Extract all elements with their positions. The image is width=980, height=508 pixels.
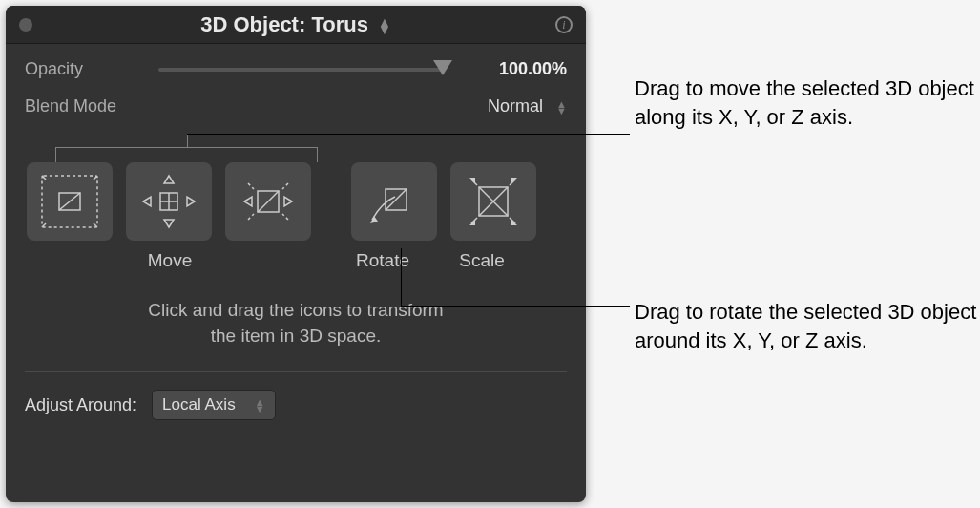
updown-chevron-icon: ▲▼ — [378, 17, 391, 32]
callout-connector — [401, 248, 402, 306]
opacity-row: Opacity 100.00% — [6, 59, 586, 79]
callout-rotate: Drag to rotate the selected 3D object ar… — [635, 298, 978, 354]
rotate-label: Rotate — [340, 250, 426, 271]
move-depth-icon — [235, 170, 302, 233]
scale-label: Scale — [439, 250, 525, 271]
opacity-slider[interactable] — [158, 68, 445, 72]
scale-icon — [460, 170, 527, 233]
panel-title: 3D Object: Torus — [200, 12, 368, 37]
move-xy-button[interactable] — [27, 162, 113, 241]
hint-line1: Click and drag the icons to transform — [44, 298, 548, 324]
move-label: Move — [27, 250, 313, 271]
title-dropdown[interactable]: 3D Object: Torus ▲▼ — [200, 12, 390, 37]
svg-line-7 — [258, 191, 279, 212]
callout-connector — [401, 306, 630, 307]
blend-mode-row: Blend Mode Normal ▲▼ — [6, 96, 586, 116]
slider-thumb-icon[interactable] — [433, 60, 452, 75]
hint-line2: the item in 3D space. — [44, 324, 548, 349]
move-z-icon — [136, 170, 202, 233]
rotate-button[interactable] — [351, 162, 437, 241]
tool-labels: Move Rotate Scale — [6, 241, 586, 271]
inspector-panel: 3D Object: Torus ▲▼ i Opacity 100.00% Bl… — [6, 6, 586, 502]
move-xy-icon — [36, 170, 103, 233]
bracket-move-group — [55, 147, 318, 162]
svg-line-2 — [59, 193, 80, 210]
hint-text: Click and drag the icons to transform th… — [6, 271, 586, 349]
info-icon[interactable]: i — [555, 16, 573, 33]
callout-connector — [187, 134, 630, 135]
updown-chevron-icon: ▲▼ — [255, 398, 265, 412]
window-control-dot[interactable] — [19, 18, 32, 32]
updown-chevron-icon[interactable]: ▲▼ — [556, 100, 567, 114]
callout-connector — [187, 134, 188, 147]
opacity-label: Opacity — [25, 59, 149, 79]
callout-move: Drag to move the selected 3D object alon… — [635, 74, 978, 131]
blend-mode-value[interactable]: Normal — [149, 96, 551, 116]
adjust-around-dropdown[interactable]: Local Axis ▲▼ — [152, 390, 275, 420]
scale-button[interactable] — [450, 162, 536, 241]
transform-tools — [6, 162, 586, 241]
adjust-around-row: Adjust Around: Local Axis ▲▼ — [6, 372, 586, 420]
blend-mode-label: Blend Mode — [25, 96, 149, 116]
rotate-icon — [361, 170, 427, 233]
adjust-around-label: Adjust Around: — [25, 395, 136, 415]
move-z-button[interactable] — [126, 162, 212, 241]
adjust-around-value: Local Axis — [162, 395, 236, 414]
opacity-value[interactable]: 100.00% — [462, 59, 567, 79]
titlebar: 3D Object: Torus ▲▼ i — [6, 6, 586, 44]
move-depth-button[interactable] — [225, 162, 311, 241]
